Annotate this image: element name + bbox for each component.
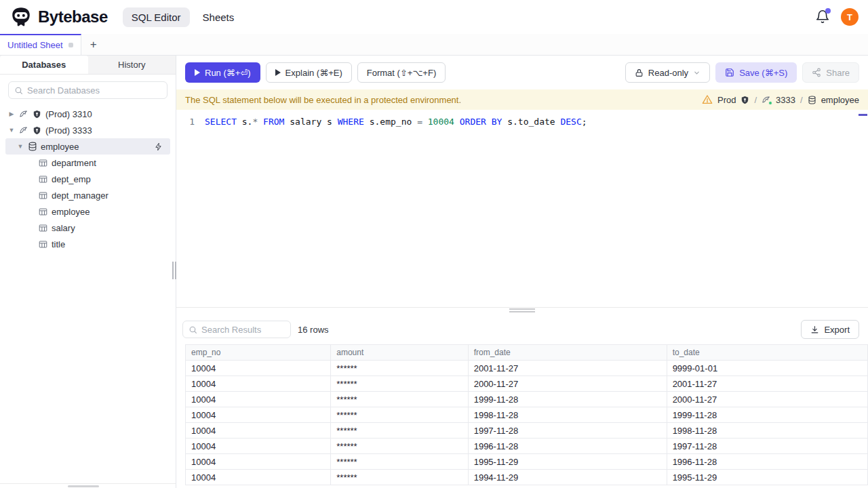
database-icon <box>808 96 816 104</box>
table-row[interactable]: 10004******2001-11-279999-01-01 <box>186 361 868 376</box>
results-panel: 16 rows Export emp_noamountfrom_dateto_d… <box>176 313 868 488</box>
table-row[interactable]: 10004******1994-11-291995-11-29 <box>186 470 868 485</box>
explain-button[interactable]: Explain (⌘+E) <box>266 62 352 83</box>
tree-instance-3310[interactable]: ▶ (Prod) 3310 <box>0 106 176 122</box>
notification-badge <box>825 8 831 14</box>
line-number: 1 <box>176 117 205 127</box>
format-button[interactable]: Format (⇧+⌥+F) <box>357 62 446 83</box>
shield-icon <box>32 126 42 135</box>
column-header[interactable]: amount <box>331 345 468 361</box>
table-cell: 1996-11-28 <box>468 439 667 454</box>
sidebar: Databases History ▶ <box>0 56 176 488</box>
nav-sql-editor[interactable]: SQL Editor <box>123 7 190 27</box>
table-cell: 1996-11-28 <box>667 454 867 470</box>
search-results-input[interactable] <box>201 325 285 335</box>
table-cell: ****** <box>331 423 468 439</box>
mysql-icon <box>762 95 771 104</box>
column-header[interactable]: to_date <box>667 345 867 361</box>
warning-icon <box>702 94 713 105</box>
download-icon <box>810 325 819 334</box>
new-sheet-button[interactable]: + <box>81 34 106 55</box>
table-label: dept_manager <box>52 190 108 201</box>
nav-sheets[interactable]: Sheets <box>194 7 243 27</box>
table-cell: 1998-11-28 <box>468 407 667 423</box>
save-icon <box>725 68 734 77</box>
table-cell: ****** <box>331 361 468 376</box>
sidebar-table-item[interactable]: employee <box>0 203 176 220</box>
play-icon <box>275 69 281 76</box>
table-cell: 10004 <box>186 439 331 454</box>
sidebar-table-item[interactable]: dept_manager <box>0 187 176 203</box>
tab-databases[interactable]: Databases <box>0 56 88 74</box>
table-icon <box>38 207 48 216</box>
table-row[interactable]: 10004******1996-11-281997-11-28 <box>186 439 868 454</box>
table-label: department <box>52 158 96 168</box>
share-icon <box>812 68 821 77</box>
tree-database-employee[interactable]: ▼ employee <box>5 138 170 155</box>
table-icon <box>38 240 48 249</box>
caret-right-icon[interactable]: ▶ <box>8 110 15 117</box>
sidebar-table-item[interactable]: title <box>0 236 176 252</box>
table-icon <box>38 175 48 184</box>
sidebar-horizontal-scrollbar[interactable] <box>68 485 99 487</box>
sidebar-table-item[interactable]: department <box>0 155 176 171</box>
sidebar-table-item[interactable]: salary <box>0 220 176 236</box>
top-nav: SQL Editor Sheets <box>123 7 243 27</box>
table-cell: 10004 <box>186 470 331 485</box>
play-icon <box>195 69 200 76</box>
table-row[interactable]: 10004******1998-11-281999-11-28 <box>186 407 868 423</box>
sidebar-scrollbar-track <box>0 483 176 488</box>
row-count: 16 rows <box>298 325 329 335</box>
search-databases-input[interactable] <box>27 85 161 96</box>
share-button[interactable]: Share <box>802 62 859 83</box>
tree-instance-3333[interactable]: ▼ (Prod) 3333 <box>0 122 176 138</box>
results-search[interactable] <box>182 321 291 338</box>
export-button[interactable]: Export <box>801 320 859 339</box>
editor-toolbar: Run (⌘+⏎) Explain (⌘+E) Format (⇧+⌥+F) <box>176 56 868 89</box>
readonly-mode-dropdown[interactable]: Read-only <box>625 62 710 83</box>
database-label: employee <box>41 142 79 152</box>
instance-label: 3333 <box>776 95 795 105</box>
save-button[interactable]: Save (⌘+S) <box>715 62 797 83</box>
database-search[interactable] <box>8 81 167 99</box>
table-row[interactable]: 10004******2000-11-272001-11-27 <box>186 376 868 392</box>
tab-history[interactable]: History <box>88 56 176 74</box>
table-row[interactable]: 10004******1999-11-282000-11-27 <box>186 392 868 407</box>
shield-icon <box>32 110 42 119</box>
table-cell: 10004 <box>186 423 331 439</box>
column-header[interactable]: from_date <box>468 345 667 361</box>
toolbar-right: Read-only Save (⌘+S) <box>625 62 859 83</box>
table-row[interactable]: 10004******1997-11-281998-11-28 <box>186 423 868 439</box>
run-button[interactable]: Run (⌘+⏎) <box>185 62 260 83</box>
table-row[interactable]: 10004******1995-11-291996-11-28 <box>186 454 868 470</box>
caret-down-icon[interactable]: ▼ <box>8 127 15 134</box>
connected-bolt-icon <box>153 142 163 151</box>
caret-down-icon[interactable]: ▼ <box>17 143 24 150</box>
sql-editor[interactable]: 1 SELECT s.* FROM salary s WHERE s.emp_n… <box>176 110 868 307</box>
notification-bell-icon[interactable] <box>815 9 830 24</box>
panel-resize-handle[interactable] <box>176 307 868 313</box>
lock-icon <box>635 68 644 77</box>
environment-label: Prod <box>717 95 736 105</box>
sidebar-table-item[interactable]: dept_emp <box>0 171 176 187</box>
table-cell: 1999-11-28 <box>667 407 867 423</box>
table-cell: 9999-01-01 <box>667 361 867 376</box>
avatar[interactable]: T <box>841 8 859 26</box>
top-header: Bytebase SQL Editor Sheets T <box>0 0 868 34</box>
table-cell: 10004 <box>186 376 331 392</box>
table-cell: 1998-11-28 <box>667 423 867 439</box>
mysql-icon <box>18 109 28 119</box>
table-icon <box>38 159 48 167</box>
code-line: 1 SELECT s.* FROM salary s WHERE s.emp_n… <box>176 115 868 128</box>
brand-logo[interactable]: Bytebase <box>9 5 108 28</box>
sheet-tab-untitled[interactable]: Untitled Sheet <box>0 34 81 55</box>
table-cell: 1995-11-29 <box>468 454 667 470</box>
table-cell: ****** <box>331 407 468 423</box>
database-label: employee <box>821 95 859 105</box>
table-label: title <box>52 239 65 249</box>
brand-name: Bytebase <box>38 7 108 26</box>
table-label: employee <box>52 207 90 217</box>
results-header-row: emp_noamountfrom_dateto_date <box>186 345 868 361</box>
column-header[interactable]: emp_no <box>186 345 331 361</box>
app: Bytebase SQL Editor Sheets T Untitled Sh… <box>0 0 868 488</box>
